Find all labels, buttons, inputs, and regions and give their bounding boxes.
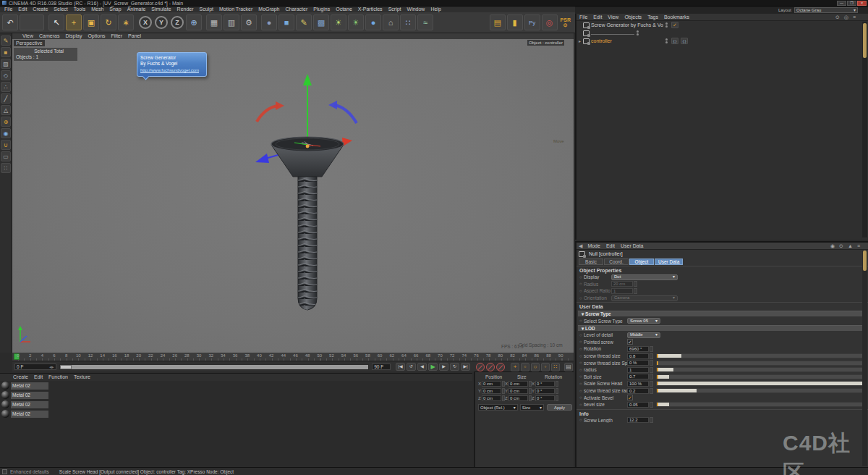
spinner[interactable]: [650, 367, 653, 373]
subdivision-surface-icon[interactable]: ▩: [313, 14, 329, 30]
bolt-size-slider[interactable]: [656, 374, 865, 379]
object-row-unnamed[interactable]: [576, 29, 868, 37]
previous-frame-button[interactable]: ◀: [417, 363, 427, 371]
menu-viewport-filter[interactable]: Filter: [109, 33, 126, 39]
minimize-button[interactable]: —: [837, 1, 846, 6]
level-of-detail-dropdown[interactable]: Middle▾: [627, 332, 660, 338]
back-arrow-icon[interactable]: ◀: [576, 243, 584, 249]
menu-viewport-cameras[interactable]: Cameras: [36, 33, 62, 39]
menu-main-window[interactable]: Window: [404, 7, 428, 12]
close-button[interactable]: ✕: [857, 1, 867, 6]
spinner[interactable]: [556, 381, 558, 387]
spinner[interactable]: [650, 360, 653, 366]
mograph-icon[interactable]: ∷: [400, 14, 416, 30]
model-mode-icon[interactable]: ■: [1, 47, 11, 57]
scale-tool-icon[interactable]: ▣: [83, 14, 99, 30]
menu-main-animate[interactable]: Animate: [124, 7, 149, 12]
menu-om-edit[interactable]: Edit: [590, 14, 605, 20]
bevel-size-field[interactable]: 0.05: [627, 402, 649, 408]
coord-size-z-field[interactable]: 0 cm: [509, 395, 528, 401]
visibility-dots[interactable]: [634, 30, 640, 36]
polygons-mode-icon[interactable]: △: [1, 105, 11, 115]
viewport-view-label[interactable]: Perspective: [14, 40, 45, 46]
menu-viewport-view[interactable]: View: [20, 33, 36, 39]
goto-start-button[interactable]: |◀: [396, 363, 405, 371]
menu-materials-texture[interactable]: Texture: [71, 374, 93, 380]
material-item-4[interactable]: Metal 02: [0, 409, 472, 419]
spinner[interactable]: [650, 381, 653, 387]
menu-main-plugins[interactable]: Plugins: [310, 7, 333, 12]
material-item-3[interactable]: Metal 02: [0, 400, 472, 409]
gizmo-center[interactable]: [306, 145, 310, 148]
bevel-size-slider[interactable]: [656, 402, 865, 407]
record-rotation-toggle[interactable]: ○: [531, 363, 540, 371]
rotate-tool-icon[interactable]: ↻: [101, 14, 116, 30]
coord-mode-dropdown[interactable]: Object (Rel.)▾: [478, 404, 518, 411]
material-item-2[interactable]: Metal 02: [0, 390, 472, 400]
live-selection-icon[interactable]: ↖: [48, 14, 64, 30]
menu-viewport-panel[interactable]: Panel: [125, 33, 144, 39]
scale-screw-head-field[interactable]: 100 %: [627, 381, 649, 387]
status-checkbox[interactable]: [2, 469, 7, 474]
menu-main-motion-tracker[interactable]: Motion Tracker: [216, 7, 255, 12]
menu-main-x-particles[interactable]: X-Particles: [355, 7, 386, 12]
coord-position-x-field[interactable]: 0 cm: [482, 381, 501, 387]
maximize-button[interactable]: ❐: [847, 1, 856, 6]
tooltip-link[interactable]: http://www.fuchsundvogel.com: [140, 67, 203, 74]
menu-materials-function[interactable]: Function: [46, 374, 71, 380]
radius-field[interactable]: 1: [627, 367, 649, 373]
panel-menu-icon[interactable]: ≡: [855, 243, 862, 249]
lock-icon[interactable]: ◉: [828, 243, 837, 249]
coord-position-z-field[interactable]: 0 cm: [482, 395, 501, 401]
points-mode-icon[interactable]: ∴: [1, 82, 11, 92]
z-axis-button[interactable]: Z: [171, 16, 184, 29]
spinner[interactable]: [650, 374, 653, 379]
coordinate-system-icon[interactable]: ⊕: [186, 14, 202, 30]
record-scale-toggle[interactable]: ▫: [521, 363, 529, 371]
display-dropdown[interactable]: Dot▾: [611, 274, 678, 280]
target-icon[interactable]: ◎: [542, 14, 558, 30]
visibility-dots[interactable]: [663, 22, 669, 28]
bolt-size-field[interactable]: 0.7: [627, 374, 649, 379]
menu-main-octane[interactable]: Octane: [333, 7, 355, 12]
xpresso-tag-icon[interactable]: {:}: [671, 38, 678, 44]
om-scrollbar-thumb[interactable]: [863, 23, 867, 58]
coord-rotation-z-field[interactable]: 0 °: [535, 395, 555, 401]
camera-icon[interactable]: ⌂: [383, 14, 399, 30]
check-tag-icon[interactable]: ✓: [671, 22, 678, 28]
menu-main-sculpt[interactable]: Sculpt: [197, 7, 216, 12]
timeline-range-slider[interactable]: [59, 364, 370, 370]
spinner[interactable]: [650, 388, 653, 394]
make-editable-icon[interactable]: ✎: [1, 35, 11, 46]
am-scrollbar-thumb[interactable]: [863, 251, 867, 271]
keyframe-presets-button[interactable]: ▤: [564, 363, 573, 371]
goto-end-button[interactable]: ▶|: [461, 363, 470, 371]
rotate-z-handle[interactable]: [328, 101, 357, 123]
spinner[interactable]: [650, 417, 653, 423]
range-handle[interactable]: [60, 365, 72, 369]
select-screw-type-dropdown[interactable]: Screw 05▾: [627, 318, 660, 324]
screw-thread-size-spacing-slider[interactable]: [656, 361, 865, 366]
history-box[interactable]: [20, 14, 44, 30]
tab-user-data[interactable]: User Data: [655, 258, 683, 265]
render-picture-viewer-icon[interactable]: ▥: [224, 14, 239, 30]
om-scrollbar[interactable]: [862, 22, 867, 238]
xpresso-tag-icon[interactable]: {:}: [681, 38, 688, 44]
menu-om-file[interactable]: File: [576, 14, 590, 20]
keyframe-selection-button[interactable]: [496, 363, 505, 371]
menu-om-bookmarks[interactable]: Bookmarks: [661, 14, 692, 20]
timeline-ruler[interactable]: 0246810121416182022242628303234363840424…: [12, 353, 574, 361]
undo-icon[interactable]: ↶: [2, 14, 18, 30]
screw-thread-size-spacing-field[interactable]: 0 %: [627, 360, 649, 366]
quantize-icon[interactable]: ∷: [1, 163, 11, 173]
menu-am-mode[interactable]: Mode: [584, 243, 603, 249]
menu-main-edit[interactable]: Edit: [15, 7, 30, 12]
rotation-field[interactable]: 6960 °: [627, 346, 649, 352]
coord-rotation-x-field[interactable]: 0 °: [535, 381, 555, 387]
coord-position-y-field[interactable]: 0 cm: [482, 388, 501, 394]
tab-basic[interactable]: Basic: [579, 258, 603, 265]
workplane-mode-icon[interactable]: ◇: [1, 70, 11, 80]
screw-length-field[interactable]: 12.2: [627, 417, 649, 423]
spinner[interactable]: [634, 281, 637, 287]
simulate-icon[interactable]: ≈: [417, 14, 433, 30]
